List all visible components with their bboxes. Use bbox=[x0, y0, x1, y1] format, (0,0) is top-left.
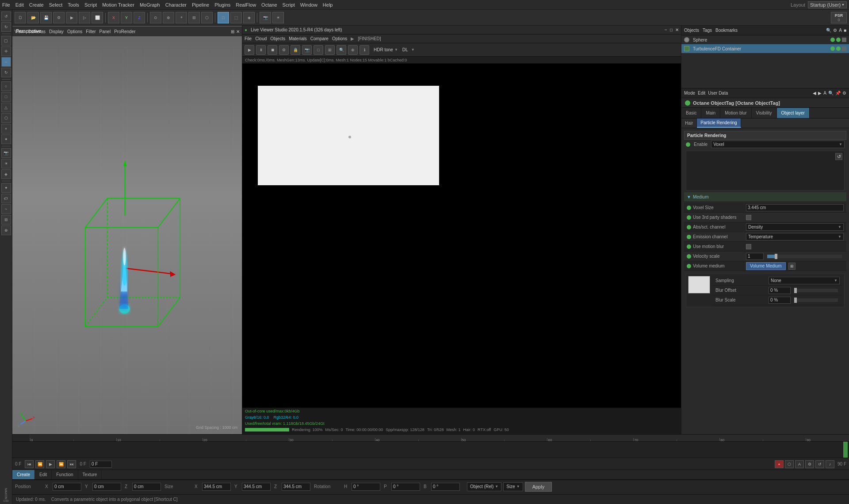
medium-color-swatch[interactable] bbox=[688, 276, 710, 294]
tool-4[interactable]: ⬡ bbox=[1, 113, 11, 123]
prev-zoom[interactable]: 🔍 bbox=[337, 45, 346, 55]
viewport-canvas[interactable]: X Y Z Grid Spacing : 1000 cm bbox=[12, 36, 242, 434]
menu-file[interactable]: File bbox=[2, 2, 10, 8]
h-rot-field[interactable]: 0 ° bbox=[352, 483, 380, 491]
tool-spline[interactable]: ~ bbox=[1, 204, 11, 214]
tb-snap[interactable]: ⌖ bbox=[176, 12, 187, 23]
tl-settings[interactable]: ⚙ bbox=[805, 460, 814, 468]
abs-channel-dropdown[interactable]: Density ▼ bbox=[746, 223, 844, 231]
tb-viewport-iso[interactable]: ◈ bbox=[243, 12, 255, 23]
tool-1[interactable]: ○ bbox=[1, 81, 11, 91]
viewport-3d[interactable]: View Cameras Display Options Filter Pane… bbox=[12, 26, 242, 434]
menu-script2[interactable]: Script bbox=[283, 2, 295, 8]
enable-value-dropdown[interactable]: Voxel ▼ bbox=[711, 141, 845, 148]
psr-button[interactable]: PSR 0 bbox=[831, 12, 847, 23]
obj-manager-icon-a[interactable]: A bbox=[839, 28, 842, 33]
menu-pipeline[interactable]: Pipeline bbox=[192, 2, 209, 8]
tl-prev-frame[interactable]: ⏪ bbox=[35, 460, 44, 468]
tool-tag[interactable]: 🏷 bbox=[1, 194, 11, 203]
tab-visibility[interactable]: Visibility bbox=[752, 108, 777, 118]
menu-tools[interactable]: Tools bbox=[68, 2, 79, 8]
tab-object-layer[interactable]: Object layer bbox=[777, 108, 810, 118]
tool-deform[interactable]: ⊞ bbox=[1, 215, 11, 225]
tool-select[interactable]: ▢ bbox=[1, 36, 11, 46]
tb-object[interactable]: ⊕ bbox=[163, 12, 174, 23]
menu-mograph[interactable]: MoGraph bbox=[140, 2, 160, 8]
preview-minimize-icon[interactable]: − bbox=[665, 27, 667, 32]
tl-record[interactable]: ● bbox=[775, 460, 784, 468]
z-size-field[interactable]: 344.5 cm bbox=[282, 483, 310, 491]
medium-header[interactable]: ▼ Medium bbox=[684, 192, 846, 202]
tool-generate[interactable]: ⊕ bbox=[1, 225, 11, 235]
tab-main[interactable]: Main bbox=[701, 108, 720, 118]
menu-help[interactable]: Help bbox=[323, 2, 333, 8]
prop-icon-pin[interactable]: 📌 bbox=[835, 91, 841, 95]
y-pos-field[interactable]: 0 cm bbox=[92, 483, 121, 491]
blur-offset-slider[interactable] bbox=[794, 289, 838, 292]
prev-zoom2[interactable]: ⊕ bbox=[348, 45, 358, 55]
vp-menu-display[interactable]: Display bbox=[49, 29, 64, 34]
tool-6[interactable]: ✦ bbox=[1, 134, 11, 144]
x-size-field[interactable]: 344.5 cm bbox=[202, 483, 231, 491]
tb-render-active[interactable]: ▶ bbox=[66, 12, 77, 23]
vp-close-icon[interactable]: ✕ bbox=[236, 29, 240, 34]
vp-menu-options[interactable]: Options bbox=[67, 29, 82, 34]
tb-open[interactable]: 📂 bbox=[27, 12, 39, 23]
obj-row-sphere[interactable]: Sphere bbox=[681, 35, 849, 44]
blur-offset-field[interactable]: 0 % bbox=[769, 287, 791, 294]
vp-menu-prorender[interactable]: ProRender bbox=[114, 29, 135, 34]
tb-viewport-shading[interactable]: □ bbox=[218, 12, 229, 23]
prev-lock[interactable]: 🔒 bbox=[291, 45, 300, 55]
voxel-refresh-btn[interactable]: ↺ bbox=[835, 153, 842, 160]
obj-row-turbfd[interactable]: TurbulenceFD Container bbox=[681, 44, 849, 53]
prev-play[interactable]: ▶ bbox=[245, 45, 254, 55]
prop-nav-next[interactable]: ▶ bbox=[818, 91, 822, 95]
edit-btn[interactable]: Edit bbox=[698, 91, 705, 95]
prop-icon-a[interactable]: A bbox=[823, 91, 826, 95]
vp-maximize-icon[interactable]: ⊞ bbox=[231, 29, 234, 34]
tb-render-region[interactable]: ▷ bbox=[79, 12, 90, 23]
prop-nav-prev[interactable]: ◀ bbox=[813, 91, 816, 95]
particle-rendering-header[interactable]: Particle Rendering bbox=[684, 131, 846, 140]
subtab-hair[interactable]: Hair bbox=[681, 118, 697, 128]
tb-world[interactable]: ⊙ bbox=[150, 12, 161, 23]
volume-medium-button[interactable]: Volume Medium bbox=[746, 262, 786, 270]
sampling-dropdown[interactable]: None ▼ bbox=[769, 277, 840, 284]
prev-res2[interactable]: ⊞ bbox=[325, 45, 335, 55]
prev-menu-options[interactable]: Options bbox=[332, 36, 347, 41]
timeline-track[interactable] bbox=[12, 442, 849, 458]
prev-pause[interactable]: ⏸ bbox=[256, 45, 266, 55]
obj-manager-bookmarks[interactable]: Bookmarks bbox=[715, 28, 738, 33]
vp-menu-filter[interactable]: Filter bbox=[86, 29, 96, 34]
tool-mat[interactable]: ◈ bbox=[1, 169, 11, 179]
prev-menu-compare[interactable]: Compare bbox=[310, 36, 329, 41]
preview-close-icon[interactable]: ✕ bbox=[675, 27, 679, 32]
tool-scale[interactable]: ↔ bbox=[1, 57, 11, 67]
menu-select[interactable]: Select bbox=[49, 2, 63, 8]
startup-dropdown[interactable]: Startup (User) ▼ bbox=[808, 1, 847, 8]
velocity-scale-field[interactable]: 1 bbox=[746, 253, 764, 260]
prop-icon-search[interactable]: 🔍 bbox=[828, 91, 834, 95]
prev-render[interactable]: ⚙ bbox=[279, 45, 289, 55]
btab-function[interactable]: Function bbox=[52, 470, 78, 479]
tb-x[interactable]: X bbox=[108, 12, 119, 23]
tl-keyframe[interactable]: ⬡ bbox=[785, 460, 794, 468]
subtab-particle-rendering[interactable]: Particle Rendering bbox=[697, 118, 741, 128]
user-data-btn[interactable]: User Data bbox=[708, 91, 728, 95]
obj-manager-icon-b[interactable]: ■ bbox=[844, 28, 846, 33]
use-motion-blur-check[interactable] bbox=[746, 244, 751, 249]
tl-play[interactable]: ▶ bbox=[46, 460, 55, 468]
tb-workplane[interactable]: ⬡ bbox=[201, 12, 213, 23]
tb-render-settings[interactable]: ⚙ bbox=[53, 12, 65, 23]
tool-redo[interactable]: ↻ bbox=[1, 22, 11, 32]
menu-motion-tracker[interactable]: Motion Tracker bbox=[102, 2, 134, 8]
obj-manager-tags[interactable]: Tags bbox=[703, 28, 712, 33]
tb-light-btn[interactable]: ☀ bbox=[272, 12, 284, 23]
tool-rotate[interactable]: ↻ bbox=[1, 68, 11, 77]
prev-menu-materials[interactable]: Materials bbox=[289, 36, 307, 41]
tb-z[interactable]: Z bbox=[134, 12, 145, 23]
tb-grid[interactable]: ⊞ bbox=[188, 12, 200, 23]
obj-manager-gear-icon[interactable]: ⚙ bbox=[833, 28, 837, 33]
prev-res1[interactable]: □ bbox=[314, 45, 323, 55]
obj-manager-search-icon[interactable]: 🔍 bbox=[826, 28, 831, 33]
